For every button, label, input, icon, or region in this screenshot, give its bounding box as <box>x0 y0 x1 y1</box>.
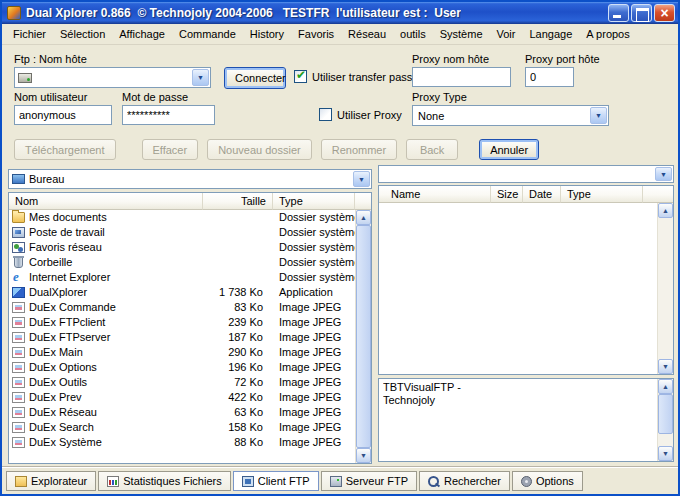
scroll-up-icon[interactable] <box>658 379 673 394</box>
column-header-date[interactable]: Date <box>523 186 561 203</box>
file-row[interactable]: DuEx Outils 72 Ko Image JPEG <box>9 375 355 390</box>
file-row[interactable]: DuEx Search 158 Ko Image JPEG <box>9 420 355 435</box>
scroll-down-icon[interactable] <box>658 359 673 374</box>
username-label: Nom utilisateur <box>14 91 87 103</box>
local-file-rows: Mes documents Dossier système Poste de t… <box>9 210 355 463</box>
app-icon <box>7 6 21 20</box>
proxy-port-input[interactable] <box>525 67 574 87</box>
file-type: Application <box>273 285 355 300</box>
file-row[interactable]: Favoris réseau Dossier système <box>9 240 355 255</box>
scrollbar-thumb[interactable] <box>356 225 371 448</box>
tab-client-ftp[interactable]: Client FTP <box>233 471 319 491</box>
menu-item[interactable]: outils <box>393 25 433 43</box>
file-row[interactable]: DualXplorer 1 738 Ko Application <box>9 285 355 300</box>
menu-item[interactable]: Commande <box>172 25 243 43</box>
file-row[interactable]: DuEx Système 88 Ko Image JPEG <box>9 435 355 450</box>
use-proxy-label: Utiliser Proxy <box>337 109 402 121</box>
column-header-type[interactable]: Type <box>273 193 355 210</box>
proxy-host-input[interactable] <box>412 67 511 87</box>
checkbox-unchecked-icon <box>319 108 332 121</box>
menu-item[interactable]: Fichier <box>6 25 53 43</box>
image-icon <box>12 407 25 418</box>
folder-documents-icon <box>12 212 25 223</box>
scroll-up-icon[interactable] <box>356 210 371 225</box>
column-header-size[interactable]: Size <box>491 186 523 203</box>
toolbar-button: Back <box>406 139 458 160</box>
image-icon <box>12 377 25 388</box>
connect-button[interactable]: Connecter <box>224 67 286 89</box>
toolbar-button: Renommer <box>321 139 397 160</box>
menu-item[interactable]: Langage <box>522 25 579 43</box>
log-scrollbar[interactable] <box>657 379 673 461</box>
checkbox-checked-icon <box>294 70 307 83</box>
menu-item[interactable]: Sélection <box>53 25 112 43</box>
toolbar-button[interactable]: Annuler <box>479 139 539 160</box>
remote-list-scrollbar[interactable] <box>657 203 673 374</box>
toolbar-button: Nouveau dossier <box>207 139 312 160</box>
file-type: Dossier système <box>273 240 355 255</box>
minimize-icon[interactable] <box>608 4 629 22</box>
app-window: Dual Xplorer 0.866 © Technojoly 2004-200… <box>0 0 680 496</box>
menu-item[interactable]: Réseau <box>341 25 393 43</box>
chevron-down-icon[interactable] <box>353 171 370 187</box>
file-row[interactable]: DuEx Réseau 63 Ko Image JPEG <box>9 405 355 420</box>
column-header-rtype[interactable]: Type <box>561 186 643 203</box>
scrollbar-thumb[interactable] <box>658 394 673 434</box>
file-name: Corbeille <box>29 255 72 270</box>
menu-item[interactable]: Voir <box>490 25 523 43</box>
local-list-scrollbar[interactable] <box>355 210 371 463</box>
column-header-taille[interactable]: Taille <box>203 193 273 210</box>
file-row[interactable]: Mes documents Dossier système <box>9 210 355 225</box>
tab-label: Options <box>536 475 574 487</box>
network-icon <box>12 242 25 253</box>
file-row[interactable]: Poste de travail Dossier système <box>9 225 355 240</box>
ftp-log-panel[interactable]: TBTVisualFTP - Technojoly <box>378 378 674 462</box>
toolbar: TéléchargementEffacerNouveau dossierReno… <box>2 135 678 164</box>
tab-label: Rechercher <box>444 475 501 487</box>
close-icon[interactable] <box>654 4 675 22</box>
tab-stats[interactable]: Statistiques Fichiers <box>98 471 230 491</box>
menu-item[interactable]: Système <box>433 25 490 43</box>
passive-transfer-checkbox[interactable]: Utiliser transfer passif <box>294 70 418 83</box>
file-row[interactable]: DuEx Options 196 Ko Image JPEG <box>9 360 355 375</box>
tab-server-ftp[interactable]: Serveur FTP <box>321 471 417 491</box>
menu-item[interactable]: History <box>243 25 291 43</box>
password-input[interactable] <box>122 105 215 125</box>
scrollbar-track[interactable] <box>658 218 673 359</box>
chevron-down-icon[interactable] <box>590 107 607 124</box>
tab-search[interactable]: Rechercher <box>419 471 510 491</box>
ftp-host-combobox[interactable] <box>14 67 211 88</box>
scroll-down-icon[interactable] <box>356 448 371 463</box>
file-row[interactable]: Internet Explorer Dossier système <box>9 270 355 285</box>
chevron-down-icon[interactable] <box>655 167 672 181</box>
scroll-down-icon[interactable] <box>658 446 673 461</box>
remote-path-combobox[interactable] <box>378 165 674 183</box>
file-row[interactable]: DuEx FTPclient 239 Ko Image JPEG <box>9 315 355 330</box>
column-header-nom[interactable]: Nom <box>9 193 203 210</box>
menu-item[interactable]: Affichage <box>112 25 172 43</box>
file-row[interactable]: Corbeille Dossier système <box>9 255 355 270</box>
file-row[interactable]: DuEx Main 290 Ko Image JPEG <box>9 345 355 360</box>
tab-explorer[interactable]: Explorateur <box>6 471 96 491</box>
proxy-type-combobox[interactable]: None <box>412 105 609 126</box>
remote-file-list: Name Size Date Type <box>378 185 674 375</box>
file-type: Image JPEG <box>273 420 355 435</box>
local-path-combobox[interactable]: Bureau <box>8 169 372 189</box>
scrollbar-track[interactable] <box>658 434 673 446</box>
file-row[interactable]: DuEx FTPserver 187 Ko Image JPEG <box>9 330 355 345</box>
username-input[interactable] <box>14 105 112 125</box>
scroll-up-icon[interactable] <box>658 203 673 218</box>
menu-item[interactable]: A propos <box>579 25 636 43</box>
options-icon <box>521 476 532 487</box>
file-row[interactable]: DuEx Prev 422 Ko Image JPEG <box>9 390 355 405</box>
file-name: DuEx FTPclient <box>29 315 105 330</box>
use-proxy-checkbox[interactable]: Utiliser Proxy <box>319 108 402 121</box>
menu-item[interactable]: Favoris <box>291 25 341 43</box>
maximize-icon[interactable] <box>631 4 652 22</box>
file-name: Internet Explorer <box>29 270 110 285</box>
file-name: Mes documents <box>29 210 107 225</box>
column-header-name[interactable]: Name <box>379 186 491 203</box>
tab-options[interactable]: Options <box>512 471 583 491</box>
file-row[interactable]: DuEx Commande 83 Ko Image JPEG <box>9 300 355 315</box>
chevron-down-icon[interactable] <box>192 69 209 86</box>
